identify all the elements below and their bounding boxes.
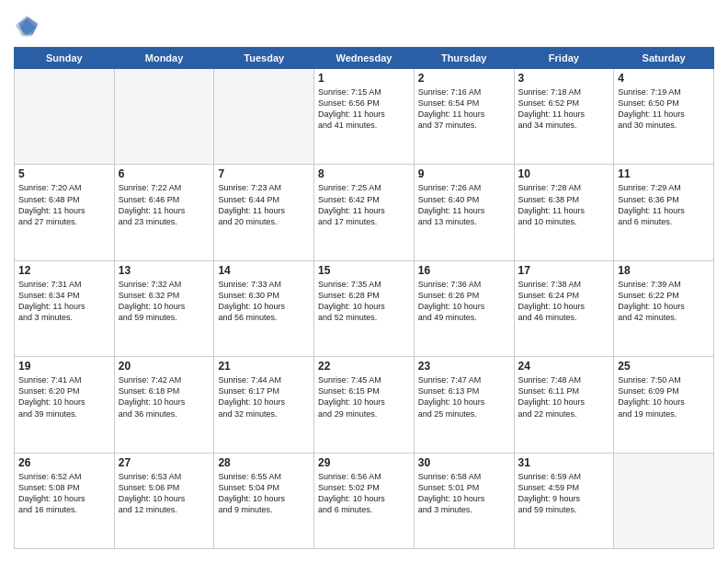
day-info: Sunrise: 7:39 AM Sunset: 6:22 PM Dayligh…: [618, 279, 710, 324]
day-number: 20: [119, 360, 210, 373]
calendar-cell: 29Sunrise: 6:56 AM Sunset: 5:02 PM Dayli…: [314, 453, 415, 548]
calendar-cell: 4Sunrise: 7:19 AM Sunset: 6:50 PM Daylig…: [614, 69, 714, 165]
calendar-cell: 24Sunrise: 7:48 AM Sunset: 6:11 PM Dayli…: [514, 357, 614, 453]
day-number: 2: [418, 72, 510, 85]
day-number: 30: [418, 456, 510, 469]
day-info: Sunrise: 7:41 AM Sunset: 6:20 PM Dayligh…: [18, 374, 110, 419]
day-number: 29: [318, 456, 410, 469]
day-info: Sunrise: 7:25 AM Sunset: 6:42 PM Dayligh…: [318, 182, 410, 227]
day-number: 27: [119, 456, 210, 469]
calendar-cell: 15Sunrise: 7:35 AM Sunset: 6:28 PM Dayli…: [314, 260, 415, 356]
day-number: 6: [119, 167, 210, 180]
day-number: 11: [618, 167, 710, 180]
day-number: 19: [18, 360, 110, 373]
day-info: Sunrise: 7:20 AM Sunset: 6:48 PM Dayligh…: [18, 182, 110, 227]
calendar-cell: 19Sunrise: 7:41 AM Sunset: 6:20 PM Dayli…: [15, 357, 115, 453]
calendar-cell: 3Sunrise: 7:18 AM Sunset: 6:52 PM Daylig…: [514, 69, 614, 165]
day-info: Sunrise: 7:38 AM Sunset: 6:24 PM Dayligh…: [518, 279, 610, 324]
day-info: Sunrise: 7:31 AM Sunset: 6:34 PM Dayligh…: [18, 279, 110, 324]
calendar-cell: 7Sunrise: 7:23 AM Sunset: 6:44 PM Daylig…: [214, 165, 314, 260]
day-info: Sunrise: 6:53 AM Sunset: 5:06 PM Dayligh…: [119, 471, 210, 516]
calendar-cell: 26Sunrise: 6:52 AM Sunset: 5:08 PM Dayli…: [15, 453, 115, 548]
calendar-cell: 20Sunrise: 7:42 AM Sunset: 6:18 PM Dayli…: [114, 357, 214, 453]
weekday-header: Saturday: [614, 48, 714, 69]
weekday-header: Thursday: [414, 48, 514, 69]
day-info: Sunrise: 6:52 AM Sunset: 5:08 PM Dayligh…: [18, 471, 110, 516]
day-info: Sunrise: 6:55 AM Sunset: 5:04 PM Dayligh…: [218, 471, 310, 516]
day-info: Sunrise: 7:36 AM Sunset: 6:26 PM Dayligh…: [418, 279, 510, 324]
day-info: Sunrise: 7:32 AM Sunset: 6:32 PM Dayligh…: [119, 279, 210, 324]
day-number: 14: [218, 264, 310, 277]
day-info: Sunrise: 7:16 AM Sunset: 6:54 PM Dayligh…: [418, 86, 510, 132]
header: [14, 14, 714, 40]
calendar-cell: 14Sunrise: 7:33 AM Sunset: 6:30 PM Dayli…: [214, 260, 314, 356]
calendar-cell: [214, 69, 314, 165]
day-number: 24: [518, 360, 610, 373]
day-number: 7: [218, 167, 310, 180]
day-info: Sunrise: 7:18 AM Sunset: 6:52 PM Dayligh…: [518, 86, 610, 132]
calendar-cell: 13Sunrise: 7:32 AM Sunset: 6:32 PM Dayli…: [114, 260, 214, 356]
calendar-cell: 17Sunrise: 7:38 AM Sunset: 6:24 PM Dayli…: [514, 260, 614, 356]
day-info: Sunrise: 7:26 AM Sunset: 6:40 PM Dayligh…: [418, 182, 510, 227]
day-number: 22: [318, 360, 410, 373]
weekday-header: Tuesday: [214, 48, 314, 69]
day-number: 5: [18, 167, 110, 180]
day-number: 4: [618, 72, 710, 85]
day-number: 28: [218, 456, 310, 469]
day-info: Sunrise: 6:58 AM Sunset: 5:01 PM Dayligh…: [418, 471, 510, 516]
day-info: Sunrise: 6:56 AM Sunset: 5:02 PM Dayligh…: [318, 471, 410, 516]
day-number: 23: [418, 360, 510, 373]
day-number: 21: [218, 360, 310, 373]
day-number: 26: [18, 456, 110, 469]
day-info: Sunrise: 7:42 AM Sunset: 6:18 PM Dayligh…: [119, 374, 210, 419]
weekday-header: Monday: [114, 48, 214, 69]
day-info: Sunrise: 7:47 AM Sunset: 6:13 PM Dayligh…: [418, 374, 510, 419]
calendar-cell: 21Sunrise: 7:44 AM Sunset: 6:17 PM Dayli…: [214, 357, 314, 453]
day-info: Sunrise: 7:23 AM Sunset: 6:44 PM Dayligh…: [218, 182, 310, 227]
day-number: 1: [318, 72, 410, 85]
day-info: Sunrise: 7:33 AM Sunset: 6:30 PM Dayligh…: [218, 279, 310, 324]
calendar-cell: [114, 69, 214, 165]
day-number: 18: [618, 264, 710, 277]
day-info: Sunrise: 7:29 AM Sunset: 6:36 PM Dayligh…: [618, 182, 710, 227]
day-number: 10: [518, 167, 610, 180]
day-number: 9: [418, 167, 510, 180]
day-info: Sunrise: 7:19 AM Sunset: 6:50 PM Dayligh…: [618, 86, 710, 132]
calendar-cell: 2Sunrise: 7:16 AM Sunset: 6:54 PM Daylig…: [414, 69, 514, 165]
day-number: 16: [418, 264, 510, 277]
day-info: Sunrise: 7:44 AM Sunset: 6:17 PM Dayligh…: [218, 374, 310, 419]
weekday-header: Wednesday: [314, 48, 415, 69]
day-number: 3: [518, 72, 610, 85]
calendar-cell: 27Sunrise: 6:53 AM Sunset: 5:06 PM Dayli…: [114, 453, 214, 548]
calendar-cell: 1Sunrise: 7:15 AM Sunset: 6:56 PM Daylig…: [314, 69, 415, 165]
day-info: Sunrise: 6:59 AM Sunset: 4:59 PM Dayligh…: [518, 471, 610, 516]
day-number: 25: [618, 360, 710, 373]
calendar-cell: 9Sunrise: 7:26 AM Sunset: 6:40 PM Daylig…: [414, 165, 514, 260]
day-info: Sunrise: 7:45 AM Sunset: 6:15 PM Dayligh…: [318, 374, 410, 419]
calendar-cell: [15, 69, 115, 165]
day-number: 31: [518, 456, 610, 469]
day-number: 12: [18, 264, 110, 277]
calendar-cell: 31Sunrise: 6:59 AM Sunset: 4:59 PM Dayli…: [514, 453, 614, 548]
logo-icon: [14, 14, 40, 40]
calendar-cell: 18Sunrise: 7:39 AM Sunset: 6:22 PM Dayli…: [614, 260, 714, 356]
day-info: Sunrise: 7:50 AM Sunset: 6:09 PM Dayligh…: [618, 374, 710, 419]
page: SundayMondayTuesdayWednesdayThursdayFrid…: [0, 0, 728, 563]
day-info: Sunrise: 7:22 AM Sunset: 6:46 PM Dayligh…: [119, 182, 210, 227]
weekday-header: Friday: [514, 48, 614, 69]
calendar-cell: [614, 453, 714, 548]
calendar-cell: 16Sunrise: 7:36 AM Sunset: 6:26 PM Dayli…: [414, 260, 514, 356]
calendar-cell: 30Sunrise: 6:58 AM Sunset: 5:01 PM Dayli…: [414, 453, 514, 548]
calendar-cell: 22Sunrise: 7:45 AM Sunset: 6:15 PM Dayli…: [314, 357, 415, 453]
day-info: Sunrise: 7:48 AM Sunset: 6:11 PM Dayligh…: [518, 374, 610, 419]
day-info: Sunrise: 7:28 AM Sunset: 6:38 PM Dayligh…: [518, 182, 610, 227]
calendar-cell: 12Sunrise: 7:31 AM Sunset: 6:34 PM Dayli…: [15, 260, 115, 356]
calendar-cell: 25Sunrise: 7:50 AM Sunset: 6:09 PM Dayli…: [614, 357, 714, 453]
logo: [14, 14, 43, 40]
day-number: 8: [318, 167, 410, 180]
calendar-cell: 10Sunrise: 7:28 AM Sunset: 6:38 PM Dayli…: [514, 165, 614, 260]
day-number: 15: [318, 264, 410, 277]
day-number: 13: [119, 264, 210, 277]
calendar-table: SundayMondayTuesdayWednesdayThursdayFrid…: [14, 47, 714, 549]
calendar-cell: 5Sunrise: 7:20 AM Sunset: 6:48 PM Daylig…: [15, 165, 115, 260]
